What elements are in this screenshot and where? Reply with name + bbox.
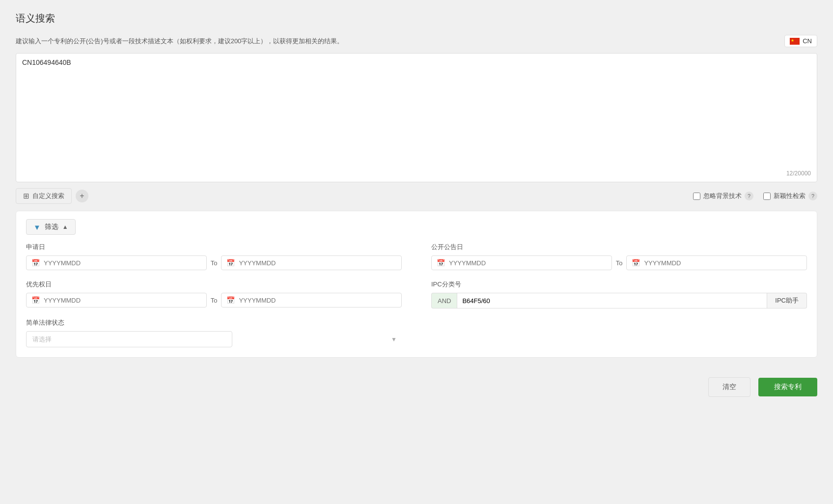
priority-date-to[interactable]	[239, 297, 396, 304]
ignore-bg-checkbox[interactable]	[693, 193, 700, 200]
ignore-bg-group: 忽略背景技术 ?	[693, 192, 753, 200]
legal-status-select-wrapper: 请选择 有效 失效 审中 ▼	[26, 331, 402, 347]
ipc-helper-button[interactable]: IPC助手	[767, 293, 807, 308]
application-date-label: 申请日	[26, 243, 402, 252]
ipc-row: AND IPC助手	[431, 293, 807, 308]
filter-section: ▼ 筛选 ▲ 申请日 📅 To 📅	[16, 211, 817, 358]
custom-search-label: 自定义搜索	[32, 192, 64, 200]
publication-date-to-wrapper: 📅	[626, 255, 807, 270]
application-date-field: 申请日 📅 To 📅	[26, 243, 402, 270]
to-label-3: To	[211, 297, 218, 304]
publication-date-to[interactable]	[644, 259, 802, 267]
ipc-input[interactable]	[457, 293, 767, 308]
search-textarea-wrapper: CN106494640B 12/20000	[16, 53, 817, 182]
filter-header: ▼ 筛选 ▲	[26, 219, 807, 235]
language-button[interactable]: CN	[784, 35, 817, 47]
novelty-check-label: 新颖性检索	[774, 192, 805, 200]
publication-date-label: 公开公告日	[431, 243, 807, 252]
lang-label: CN	[803, 37, 812, 45]
application-date-to[interactable]	[239, 259, 396, 267]
filter-label: 筛选	[45, 223, 58, 231]
calendar-icon-6: 📅	[226, 296, 235, 304]
priority-date-from-wrapper: 📅	[26, 293, 207, 308]
novelty-check-checkbox[interactable]	[763, 193, 771, 200]
toolbar-row: ⊞ 自定义搜索 + 忽略背景技术 ? 新颖性检索 ?	[16, 188, 817, 204]
toolbar-left: ⊞ 自定义搜索 +	[16, 188, 88, 204]
search-textarea[interactable]: CN106494640B	[22, 58, 811, 167]
filter-toggle-button[interactable]: ▼ 筛选 ▲	[26, 219, 76, 235]
calendar-icon-1: 📅	[31, 259, 40, 267]
page-container: 语义搜索 建议输入一个专利的公开(公告)号或者一段技术描述文本（如权利要求，建议…	[0, 0, 833, 504]
custom-search-button[interactable]: ⊞ 自定义搜索	[16, 188, 72, 204]
publication-date-from-wrapper: 📅	[431, 255, 612, 270]
calendar-icon-5: 📅	[31, 296, 40, 304]
priority-date-field: 优先权日 📅 To 📅	[26, 280, 402, 308]
filter-icon: ▼	[33, 223, 41, 231]
publication-date-field: 公开公告日 📅 To 📅	[431, 243, 807, 270]
calendar-icon-2: 📅	[226, 259, 235, 267]
priority-date-to-wrapper: 📅	[221, 293, 402, 308]
toolbar-right: 忽略背景技术 ? 新颖性检索 ?	[693, 192, 817, 200]
ipc-label: IPC分类号	[431, 280, 807, 289]
subtitle-row: 建议输入一个专利的公开(公告)号或者一段技术描述文本（如权利要求，建议200字以…	[16, 35, 817, 47]
sliders-icon: ⊞	[23, 192, 29, 200]
subtitle-text: 建议输入一个专利的公开(公告)号或者一段技术描述文本（如权利要求，建议200字以…	[16, 37, 784, 46]
novelty-check-help-icon[interactable]: ?	[808, 192, 817, 200]
add-button[interactable]: +	[76, 190, 88, 202]
chevron-up-icon: ▲	[62, 224, 68, 230]
clear-button[interactable]: 清空	[708, 377, 750, 397]
priority-date-range: 📅 To 📅	[26, 293, 402, 308]
legal-status-field: 简单法律状态 请选择 有效 失效 审中 ▼	[26, 318, 402, 347]
publication-date-range: 📅 To 📅	[431, 255, 807, 270]
ipc-field: IPC分类号 AND IPC助手	[431, 280, 807, 308]
application-date-to-wrapper: 📅	[221, 255, 402, 270]
legal-status-label: 简单法律状态	[26, 318, 402, 327]
plus-icon: +	[80, 192, 84, 200]
publication-date-from[interactable]	[449, 259, 607, 267]
priority-date-label: 优先权日	[26, 280, 402, 289]
select-arrow-icon: ▼	[391, 336, 397, 343]
application-date-from[interactable]	[44, 259, 201, 267]
ignore-bg-help-icon[interactable]: ?	[745, 192, 753, 200]
filter-grid: 申请日 📅 To 📅 公开公告日	[26, 243, 807, 347]
ignore-bg-label: 忽略背景技术	[703, 192, 742, 200]
application-date-from-wrapper: 📅	[26, 255, 207, 270]
search-button[interactable]: 搜索专利	[758, 378, 817, 396]
application-date-range: 📅 To 📅	[26, 255, 402, 270]
priority-date-from[interactable]	[44, 297, 201, 304]
and-badge: AND	[431, 293, 457, 308]
legal-status-select[interactable]: 请选择 有效 失效 审中	[26, 331, 232, 347]
novelty-check-group: 新颖性检索 ?	[763, 192, 817, 200]
cn-flag-icon	[790, 38, 800, 45]
page-title: 语义搜索	[16, 12, 817, 25]
action-row: 清空 搜索专利	[16, 372, 817, 397]
char-count: 12/20000	[22, 170, 811, 177]
calendar-icon-3: 📅	[437, 259, 445, 267]
calendar-icon-4: 📅	[632, 259, 640, 267]
to-label-2: To	[616, 259, 623, 267]
to-label-1: To	[211, 259, 218, 267]
